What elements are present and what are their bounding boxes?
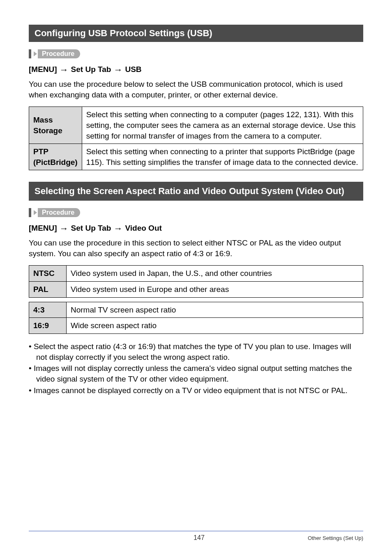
row-body: Select this setting when connecting to a… [82,107,363,144]
row-body: Normal TV screen aspect ratio [67,302,363,318]
row-head: PAL [29,282,67,298]
row-body: Video system used in Europe and other ar… [67,282,363,298]
menu-path-part: Video Out [125,224,161,233]
procedure-label-row: Procedure [29,208,363,217]
row-body: Wide screen aspect ratio [67,318,363,334]
video-system-table: NTSC Video system used in Japan, the U.S… [29,265,363,297]
table-row: NTSC Video system used in Japan, the U.S… [29,266,363,282]
table-row: Mass Storage Select this setting when co… [29,107,363,144]
arrow-icon: → [60,65,69,74]
row-head-line: PTP [33,147,48,156]
menu-path-part: [MENU] [29,65,57,74]
list-item: Images will not display correctly unless… [29,363,363,384]
row-head: 4:3 [29,302,67,318]
menu-path-usb: [MENU] → Set Up Tab → USB [29,65,363,74]
row-head: NTSC [29,266,67,282]
menu-path-video: [MENU] → Set Up Tab → Video Out [29,224,363,233]
usb-settings-table: Mass Storage Select this setting when co… [29,107,363,170]
page-footer: 147 Other Settings (Set Up) [29,514,363,542]
section-heading-video: Selecting the Screen Aspect Ratio and Vi… [29,182,363,201]
page-number: 147 [90,534,308,542]
row-head-line: Mass [33,116,53,124]
footer-row: 147 Other Settings (Set Up) [29,534,363,542]
menu-path-part: Set Up Tab [71,224,111,233]
row-head-ptp: PTP (PictBridge) [29,144,82,170]
list-item: Select the aspect ratio (4:3 or 16:9) th… [29,341,363,362]
procedure-label-row: Procedure [29,49,363,58]
table-row: 16:9 Wide screen aspect ratio [29,318,363,334]
menu-path-part: USB [125,65,141,74]
row-head-line: (PictBridge) [33,158,78,167]
arrow-icon: → [113,224,122,233]
page-container: Configuring USB Protocol Settings (USB) … [0,0,392,558]
row-body: Select this setting when connecting to a… [82,144,363,170]
footer-section-label: Other Settings (Set Up) [308,535,363,541]
arrow-icon: → [60,224,69,233]
procedure-marker-icon [29,49,31,58]
intro-text-usb: You can use the procedure below to selec… [29,79,363,100]
table-row: 4:3 Normal TV screen aspect ratio [29,302,363,318]
row-body: Video system used in Japan, the U.S., an… [67,266,363,282]
aspect-ratio-table: 4:3 Normal TV screen aspect ratio 16:9 W… [29,302,363,334]
row-head: 16:9 [29,318,67,334]
menu-path-part: Set Up Tab [71,65,111,74]
row-head-line: Storage [33,126,62,135]
procedure-pill: Procedure [38,208,80,217]
table-row: PTP (PictBridge) Select this setting whe… [29,144,363,170]
table-row: PAL Video system used in Europe and othe… [29,282,363,298]
menu-path-part: [MENU] [29,224,57,233]
notes-list: Select the aspect ratio (4:3 or 16:9) th… [29,341,363,396]
list-item: Images cannot be displayed correctly on … [29,385,363,396]
intro-text-video: You can use the procedure in this sectio… [29,238,363,259]
row-head-mass-storage: Mass Storage [29,107,82,144]
procedure-pill: Procedure [38,49,80,58]
procedure-marker-icon [29,208,31,217]
footer-divider [29,530,363,532]
section-heading-usb: Configuring USB Protocol Settings (USB) [29,25,363,42]
arrow-icon: → [113,65,122,74]
procedure-chevron-icon [34,210,37,215]
procedure-chevron-icon [34,51,37,56]
